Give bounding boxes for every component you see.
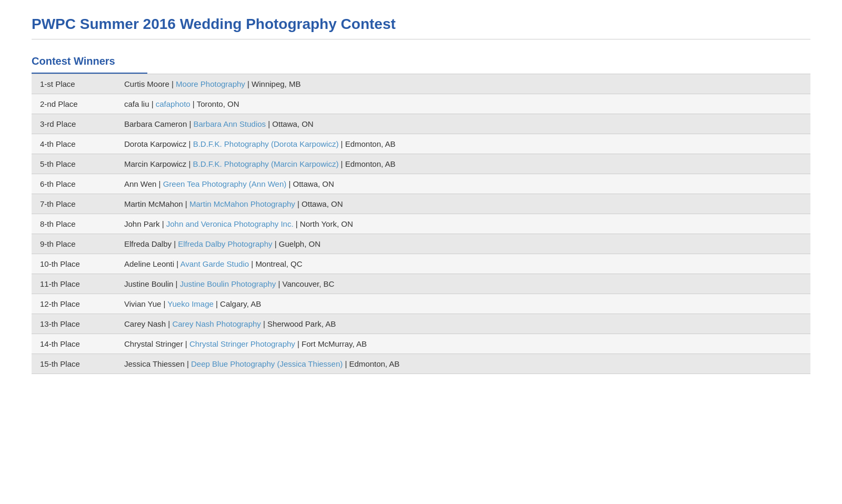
winner-cell: Martin McMahon | Martin McMahon Photogra…	[116, 194, 810, 214]
winner-location: Guelph, ON	[279, 239, 320, 248]
winner-location: Edmonton, AB	[345, 159, 396, 168]
place-cell: 2-nd Place	[32, 94, 116, 114]
studio-link[interactable]: Yueko Image	[167, 299, 214, 308]
table-row: 12-th PlaceVivian Yue | Yueko Image | Ca…	[32, 294, 810, 314]
table-row: 15-th PlaceJessica Thiessen | Deep Blue …	[32, 354, 810, 374]
winner-location: Ottawa, ON	[293, 179, 334, 188]
winner-name: Vivian Yue	[124, 299, 161, 308]
winner-location: Vancouver, BC	[283, 279, 335, 288]
winner-location: Ottawa, ON	[302, 199, 343, 208]
studio-link[interactable]: Martin McMahon Photography	[189, 199, 295, 208]
winner-name: Justine Boulin	[124, 279, 173, 288]
winner-name: cafa liu	[124, 99, 149, 108]
winner-cell: Adeline Leonti | Avant Garde Studio | Mo…	[116, 254, 810, 274]
winner-location: Sherwood Park, AB	[267, 319, 336, 328]
winner-name: Carey Nash	[124, 319, 166, 328]
table-row: 14-th PlaceChrystal Stringer | Chrystal …	[32, 334, 810, 354]
winner-cell: Chrystal Stringer | Chrystal Stringer Ph…	[116, 334, 810, 354]
table-row: 2-nd Placecafa liu | cafaphoto | Toronto…	[32, 94, 810, 114]
table-row: 10-th PlaceAdeline Leonti | Avant Garde …	[32, 254, 810, 274]
winner-cell: cafa liu | cafaphoto | Toronto, ON	[116, 94, 810, 114]
table-row: 6-th PlaceAnn Wen | Green Tea Photograph…	[32, 174, 810, 194]
winner-cell: Marcin Karpowicz | B.D.F.K. Photography …	[116, 154, 810, 174]
winner-cell: Barbara Cameron | Barbara Ann Studios | …	[116, 114, 810, 134]
winner-cell: Ann Wen | Green Tea Photography (Ann Wen…	[116, 174, 810, 194]
winner-location: Ottawa, ON	[272, 119, 313, 128]
studio-link[interactable]: B.D.F.K. Photography (Dorota Karpowicz)	[193, 139, 339, 148]
winner-location: Toronto, ON	[197, 99, 239, 108]
winner-location: Fort McMurray, AB	[302, 339, 367, 348]
page-title: PWPC Summer 2016 Wedding Photography Con…	[32, 16, 810, 33]
studio-link[interactable]: Moore Photography	[176, 79, 245, 88]
place-cell: 12-th Place	[32, 294, 116, 314]
table-row: 11-th PlaceJustine Boulin | Justine Boul…	[32, 274, 810, 294]
place-cell: 14-th Place	[32, 334, 116, 354]
place-cell: 1-st Place	[32, 74, 116, 94]
winner-name: John Park	[124, 219, 160, 228]
place-cell: 15-th Place	[32, 354, 116, 374]
winner-name: Chrystal Stringer	[124, 339, 183, 348]
studio-link[interactable]: Barbara Ann Studios	[193, 119, 266, 128]
place-cell: 3-rd Place	[32, 114, 116, 134]
place-cell: 13-th Place	[32, 314, 116, 334]
winner-location: Edmonton, AB	[345, 139, 396, 148]
winner-name: Jessica Thiessen	[124, 359, 185, 368]
place-cell: 9-th Place	[32, 234, 116, 254]
winner-location: Edmonton, AB	[349, 359, 399, 368]
table-row: 13-th PlaceCarey Nash | Carey Nash Photo…	[32, 314, 810, 334]
table-row: 4-th PlaceDorota Karpowicz | B.D.F.K. Ph…	[32, 134, 810, 154]
winner-location: Winnipeg, MB	[252, 79, 300, 88]
studio-link[interactable]: John and Veronica Photography Inc.	[166, 219, 294, 228]
winner-name: Dorota Karpowicz	[124, 139, 186, 148]
place-cell: 8-th Place	[32, 214, 116, 234]
studio-link[interactable]: Deep Blue Photography (Jessica Thiessen)	[191, 359, 343, 368]
place-cell: 10-th Place	[32, 254, 116, 274]
winner-location: Montreal, QC	[255, 259, 302, 268]
table-row: 3-rd PlaceBarbara Cameron | Barbara Ann …	[32, 114, 810, 134]
place-cell: 5-th Place	[32, 154, 116, 174]
place-cell: 11-th Place	[32, 274, 116, 294]
winner-cell: Dorota Karpowicz | B.D.F.K. Photography …	[116, 134, 810, 154]
table-row: 7-th PlaceMartin McMahon | Martin McMaho…	[32, 194, 810, 214]
winner-cell: Carey Nash | Carey Nash Photography | Sh…	[116, 314, 810, 334]
table-row: 8-th PlaceJohn Park | John and Veronica …	[32, 214, 810, 234]
winner-name: Marcin Karpowicz	[124, 159, 186, 168]
winner-cell: Vivian Yue | Yueko Image | Calgary, AB	[116, 294, 810, 314]
winner-name: Curtis Moore	[124, 79, 169, 88]
winner-name: Ann Wen	[124, 179, 156, 188]
studio-link[interactable]: cafaphoto	[156, 99, 191, 108]
studio-link[interactable]: Justine Boulin Photography	[180, 279, 276, 288]
winner-location: North York, ON	[300, 219, 353, 228]
section-title: Contest Winners	[32, 55, 810, 67]
studio-link[interactable]: Elfreda Dalby Photography	[178, 239, 272, 248]
winner-name: Martin McMahon	[124, 199, 183, 208]
winner-cell: Justine Boulin | Justine Boulin Photogra…	[116, 274, 810, 294]
studio-link[interactable]: Green Tea Photography (Ann Wen)	[163, 179, 287, 188]
winner-location: Calgary, AB	[220, 299, 261, 308]
place-cell: 6-th Place	[32, 174, 116, 194]
place-cell: 4-th Place	[32, 134, 116, 154]
winner-cell: John Park | John and Veronica Photograph…	[116, 214, 810, 234]
winners-table: 1-st PlaceCurtis Moore | Moore Photograp…	[32, 74, 810, 374]
winner-cell: Curtis Moore | Moore Photography | Winni…	[116, 74, 810, 94]
studio-link[interactable]: Avant Garde Studio	[180, 259, 249, 268]
title-divider	[32, 39, 810, 39]
studio-link[interactable]: Carey Nash Photography	[172, 319, 260, 328]
table-row: 5-th PlaceMarcin Karpowicz | B.D.F.K. Ph…	[32, 154, 810, 174]
winner-name: Elfreda Dalby	[124, 239, 172, 248]
winner-cell: Jessica Thiessen | Deep Blue Photography…	[116, 354, 810, 374]
studio-link[interactable]: B.D.F.K. Photography (Marcin Karpowicz)	[193, 159, 339, 168]
place-cell: 7-th Place	[32, 194, 116, 214]
table-row: 1-st PlaceCurtis Moore | Moore Photograp…	[32, 74, 810, 94]
winner-name: Adeline Leonti	[124, 259, 174, 268]
table-row: 9-th PlaceElfreda Dalby | Elfreda Dalby …	[32, 234, 810, 254]
studio-link[interactable]: Chrystal Stringer Photography	[189, 339, 295, 348]
winner-name: Barbara Cameron	[124, 119, 187, 128]
winner-cell: Elfreda Dalby | Elfreda Dalby Photograph…	[116, 234, 810, 254]
